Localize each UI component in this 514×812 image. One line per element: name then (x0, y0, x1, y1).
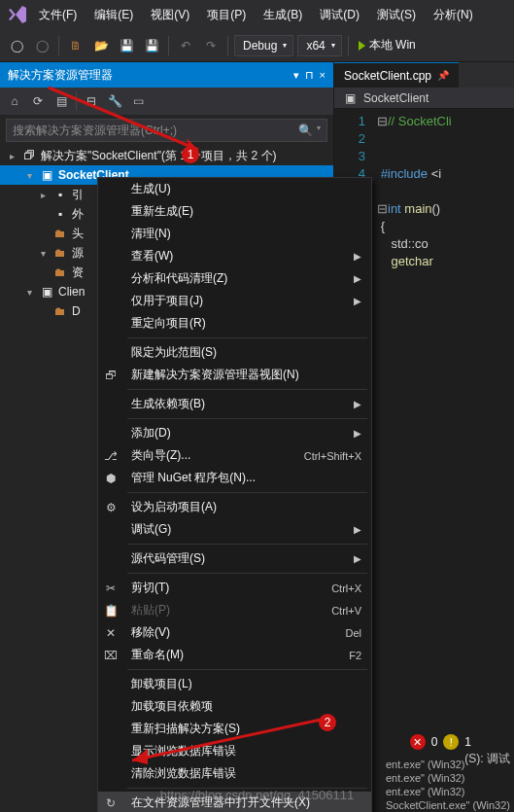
project-icon: ▣ (39, 167, 54, 183)
solution-search-input[interactable]: 搜索解决方案资源管理器(Ctrl+;) 🔍 ▾ (6, 119, 327, 142)
error-count: 0 (431, 735, 438, 749)
menu-separator (127, 544, 367, 545)
panel-title: 解决方案资源管理器 (8, 67, 113, 84)
menu-item[interactable]: 限定为此范围(S) (98, 341, 371, 364)
menu-file[interactable]: 文件(F) (31, 3, 85, 27)
pin-icon[interactable]: ⊓ (305, 69, 314, 82)
menu-item-label: 仅用于项目(J) (131, 293, 346, 309)
menu-item-label: 重命名(M) (131, 647, 341, 663)
error-badge[interactable]: ✕ 0 ! 1 (410, 734, 471, 750)
menu-item-label: 显示浏览数据库错误 (131, 743, 361, 759)
menu-item[interactable]: ⎇类向导(Z)...Ctrl+Shift+X (98, 444, 371, 467)
editor-tab[interactable]: SocketClient.cpp 📌 (334, 62, 459, 88)
save-all-icon[interactable]: 💾 (141, 35, 162, 56)
project-icon: ▣ (39, 284, 54, 300)
menu-item[interactable]: 查看(W)▶ (98, 245, 371, 267)
search-dropdown-icon: ▾ (317, 124, 321, 137)
solution-node[interactable]: ▸ 🗇 解决方案"SocketClient"(第 1 个项目，共 2 个) (0, 146, 333, 165)
menu-item-label: 清理(N) (131, 226, 361, 242)
submenu-arrow-icon: ▶ (354, 273, 361, 284)
start-debug-button[interactable]: 本地 Win (355, 37, 420, 53)
close-icon[interactable]: × (320, 69, 326, 81)
preview-icon[interactable]: ▤ (51, 90, 72, 112)
wizard-icon: ⎇ (98, 449, 123, 463)
separator (348, 36, 349, 55)
separator (76, 91, 77, 111)
menu-item-label: 调试(G) (131, 521, 346, 538)
menu-item[interactable]: ✕移除(V)Del (98, 621, 371, 644)
menu-item[interactable]: 生成依赖项(B)▶ (98, 393, 371, 415)
menu-item-label: 管理 NuGet 程序包(N)... (131, 470, 361, 486)
save-icon[interactable]: 💾 (116, 35, 137, 56)
menu-item[interactable]: 源代码管理(S)▶ (98, 547, 371, 570)
menu-edit[interactable]: 编辑(E) (86, 3, 141, 27)
error-count-icon: ✕ (410, 734, 426, 750)
properties-icon[interactable]: 🔧 (104, 90, 125, 112)
menu-analyze[interactable]: 分析(N) (426, 3, 481, 27)
vs-logo-icon (6, 3, 29, 26)
redo-icon[interactable]: ↷ (200, 35, 222, 56)
undo-icon[interactable]: ↶ (175, 35, 196, 56)
menu-item[interactable]: 清除浏览数据库错误 (98, 762, 371, 785)
open-icon[interactable]: 📂 (90, 35, 112, 56)
folder-icon: 🖿 (52, 265, 68, 280)
menu-item[interactable]: 重新生成(E) (98, 200, 371, 223)
back-icon[interactable]: ◯ (6, 35, 27, 56)
menu-build[interactable]: 生成(B) (256, 3, 310, 27)
new-project-icon[interactable]: 🗎 (65, 35, 86, 56)
code-body[interactable]: ⊟// SocketCli #include <i ⊟int main() { … (371, 109, 514, 812)
menu-item-label: 清除浏览数据库错误 (131, 765, 361, 782)
home-icon[interactable]: ⌂ (4, 90, 25, 112)
annotation-badge-2: 2 (319, 714, 336, 731)
separator (168, 36, 169, 55)
submenu-arrow-icon: ▶ (354, 251, 361, 262)
show-all-icon[interactable]: ▭ (127, 90, 149, 112)
open-folder-icon: ↻ (98, 796, 123, 810)
menu-project[interactable]: 项目(P) (199, 3, 254, 27)
expander-icon[interactable]: ▾ (23, 170, 35, 181)
warning-count-icon: ! (443, 734, 459, 750)
menu-test[interactable]: 测试(S) (369, 3, 424, 27)
breadcrumb[interactable]: ▣ SocketClient (334, 88, 514, 109)
submenu-arrow-icon: ▶ (354, 524, 361, 535)
menu-item[interactable]: 调试(G)▶ (98, 518, 371, 541)
editor-tabstrip: SocketClient.cpp 📌 (334, 62, 514, 88)
menu-item[interactable]: 卸载项目(L) (98, 673, 371, 695)
menu-item-label: 限定为此范围(S) (131, 344, 361, 361)
config-combo[interactable]: Debug▾ (234, 35, 293, 56)
separator (227, 36, 228, 55)
paste-icon: 📋 (98, 604, 123, 618)
menu-item[interactable]: ✂剪切(T)Ctrl+X (98, 577, 371, 599)
menu-item[interactable]: 清理(N) (98, 223, 371, 245)
platform-combo[interactable]: x64▾ (297, 35, 341, 56)
submenu-arrow-icon: ▶ (354, 428, 361, 439)
menu-item[interactable]: 仅用于项目(J)▶ (98, 290, 371, 312)
forward-icon[interactable]: ◯ (31, 35, 52, 56)
menu-view[interactable]: 视图(V) (143, 3, 197, 27)
menu-separator (127, 418, 367, 419)
rename-icon: ⌧ (98, 649, 123, 662)
menu-item-label: 分析和代码清理(Z) (131, 270, 346, 287)
sync-icon[interactable]: ⟳ (27, 90, 49, 112)
menu-separator (127, 337, 367, 338)
menu-debug[interactable]: 调试(D) (312, 3, 367, 27)
search-icon: 🔍 (298, 124, 313, 137)
menu-item-label: 生成(U) (131, 181, 361, 197)
menu-item[interactable]: 重定向项目(R) (98, 312, 371, 335)
menu-item-label: 新建解决方案资源管理器视图(N) (131, 367, 361, 383)
menu-item[interactable]: ⌧重命名(M)F2 (98, 644, 371, 666)
dropdown-icon[interactable]: ▾ (293, 69, 299, 82)
pin-icon[interactable]: 📌 (437, 70, 449, 81)
warning-count: 1 (464, 735, 471, 749)
menu-item[interactable]: 分析和代码清理(Z)▶ (98, 267, 371, 290)
menu-item[interactable]: 添加(D)▶ (98, 422, 371, 444)
expander-icon[interactable]: ▸ (6, 151, 17, 161)
menu-item[interactable]: 显示浏览数据库错误 (98, 740, 371, 762)
menu-item[interactable]: 生成(U) (98, 178, 371, 200)
collapse-icon[interactable]: ⊟ (81, 90, 102, 112)
menu-item[interactable]: ⬢管理 NuGet 程序包(N)... (98, 467, 371, 489)
menu-item[interactable]: 🗗新建解决方案资源管理器视图(N) (98, 364, 371, 386)
solution-icon: 🗇 (21, 148, 37, 163)
menu-shortcut: Ctrl+X (331, 583, 361, 594)
menu-item[interactable]: ⚙设为启动项目(A) (98, 496, 371, 518)
